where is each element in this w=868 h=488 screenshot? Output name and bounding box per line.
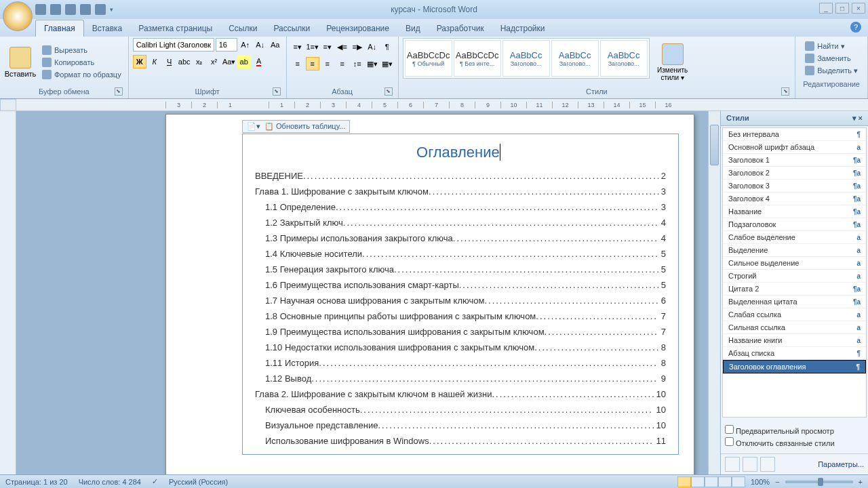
- new-style-icon[interactable]: [725, 457, 740, 472]
- change-styles-button[interactable]: Изменить стили ▾: [652, 38, 693, 86]
- font-launcher[interactable]: ⬊: [273, 87, 281, 96]
- toc-entry[interactable]: 1.7 Научная основа шифрования с закрытым…: [255, 293, 666, 308]
- tab-Вид[interactable]: Вид: [397, 20, 429, 37]
- toc-field[interactable]: Оглавление ВВЕДЕНИЕ2Глава 1. Шифрование …: [242, 134, 679, 455]
- format-painter-button[interactable]: Формат по образцу: [39, 69, 124, 80]
- zoom-slider[interactable]: [785, 481, 853, 483]
- style-list-item[interactable]: Заголовок 4¶a: [723, 192, 866, 205]
- toc-entry[interactable]: 1.10 Недостатки использования шифрования…: [255, 340, 666, 355]
- manage-styles-icon[interactable]: [760, 457, 775, 472]
- qat-dropdown-icon[interactable]: ▾: [110, 6, 113, 13]
- justify-button[interactable]: ≡: [336, 57, 349, 70]
- tab-Главная[interactable]: Главная: [35, 20, 84, 37]
- zoom-in-button[interactable]: +: [859, 478, 863, 486]
- align-right-button[interactable]: ≡: [321, 57, 334, 70]
- zoom-level[interactable]: 100%: [751, 478, 770, 486]
- paragraph-launcher[interactable]: ⬊: [384, 87, 393, 96]
- new-icon[interactable]: [80, 4, 91, 15]
- preview-checkbox[interactable]: Предварительный просмотр: [725, 425, 864, 435]
- toc-entry[interactable]: Визуальное представление10: [255, 418, 666, 433]
- style-gallery-item[interactable]: AaBbCcЗаголово...: [502, 40, 550, 77]
- bold-button[interactable]: Ж: [133, 55, 146, 68]
- ruler-horizontal[interactable]: 32112345678910111213141516: [16, 99, 868, 111]
- close-button[interactable]: ×: [852, 3, 865, 14]
- style-list-item[interactable]: Слабая ссылкаa: [723, 308, 866, 321]
- toc-entry[interactable]: 1.12 Вывод9: [255, 371, 666, 386]
- toc-update-button[interactable]: 📋 Обновить таблицу...: [264, 122, 345, 131]
- style-gallery-item[interactable]: AaBbCcDc¶ Обычный: [405, 40, 452, 77]
- toc-entry[interactable]: 1.4 Ключевые носители5: [255, 246, 666, 262]
- copy-button[interactable]: Копировать: [39, 57, 124, 68]
- tab-Разработчик[interactable]: Разработчик: [429, 20, 492, 37]
- sort-button[interactable]: A↓: [366, 40, 379, 54]
- panel-dropdown-icon[interactable]: ▾: [852, 114, 856, 122]
- style-list-item[interactable]: Сильная ссылкаa: [723, 321, 866, 334]
- italic-button[interactable]: К: [148, 55, 161, 68]
- zoom-out-button[interactable]: −: [775, 478, 779, 486]
- shading-button[interactable]: ▦▾: [366, 57, 379, 70]
- scrollbar-vertical[interactable]: [708, 111, 720, 474]
- grow-font-button[interactable]: A↑: [239, 38, 252, 52]
- toc-entry[interactable]: 1.2 Закрытый ключ4: [255, 215, 666, 230]
- toc-entry[interactable]: 1.6 Преимущества использования смарт-кар…: [255, 277, 666, 293]
- style-list-item[interactable]: Строгийa: [723, 270, 866, 283]
- paste-button[interactable]: Вставить: [4, 38, 37, 86]
- font-size-combo[interactable]: [216, 38, 237, 52]
- print-preview-icon[interactable]: [95, 4, 106, 15]
- view-web[interactable]: [705, 476, 718, 487]
- numbering-button[interactable]: 1≡▾: [306, 40, 319, 54]
- ruler-vertical[interactable]: [0, 111, 16, 474]
- view-outline[interactable]: [718, 476, 732, 487]
- clear-format-button[interactable]: Aa: [269, 38, 282, 52]
- toc-entry[interactable]: 1.3 Примеры использования закрытого ключ…: [255, 230, 666, 246]
- disable-linked-checkbox[interactable]: Отключить связанные стили: [725, 437, 864, 447]
- style-list-item[interactable]: Основной шрифт абзацаa: [723, 141, 866, 154]
- style-inspector-icon[interactable]: [743, 457, 757, 472]
- save-icon[interactable]: [35, 4, 46, 15]
- tab-Рецензирование[interactable]: Рецензирование: [318, 20, 397, 37]
- style-list-item[interactable]: Выделениеa: [723, 244, 866, 257]
- help-icon[interactable]: ?: [850, 22, 861, 33]
- style-gallery-item[interactable]: AaBbCcЗаголово...: [600, 40, 648, 77]
- subscript-button[interactable]: x₂: [193, 55, 206, 68]
- style-list-item[interactable]: Цитата 2¶a: [723, 283, 866, 296]
- panel-close-icon[interactable]: ×: [859, 114, 863, 122]
- minimize-button[interactable]: _: [819, 3, 833, 14]
- select-button[interactable]: Выделить ▾: [802, 65, 861, 76]
- font-name-combo[interactable]: [133, 38, 214, 52]
- document-area[interactable]: 📄▾ 📋 Обновить таблицу... Оглавление ВВЕД…: [16, 111, 720, 474]
- scrollbar-thumb[interactable]: [710, 125, 719, 165]
- align-center-button[interactable]: ≡: [306, 57, 319, 70]
- style-list-item[interactable]: Выделенная цитата¶a: [723, 296, 866, 308]
- find-button[interactable]: Найти ▾: [802, 41, 861, 52]
- status-language[interactable]: Русский (Россия): [169, 478, 228, 486]
- ruler-corner[interactable]: [0, 99, 16, 111]
- font-color-button[interactable]: A: [252, 55, 266, 68]
- toc-entry[interactable]: Использование шифрования в Windows11: [255, 433, 666, 449]
- show-marks-button[interactable]: ¶: [380, 40, 394, 54]
- status-words[interactable]: Число слов: 4 284: [79, 478, 141, 486]
- toc-entry[interactable]: 1.11 История8: [255, 355, 666, 371]
- style-list-item[interactable]: Заголовок 3¶a: [723, 180, 866, 192]
- office-button[interactable]: [3, 1, 33, 31]
- status-proofing-icon[interactable]: ✓: [152, 477, 158, 486]
- underline-button[interactable]: Ч: [163, 55, 176, 68]
- page[interactable]: 📄▾ 📋 Обновить таблицу... Оглавление ВВЕД…: [165, 114, 694, 474]
- styles-panel-header[interactable]: Стили ▾ ×: [721, 111, 868, 126]
- indent-inc-button[interactable]: ≡▶: [351, 40, 364, 54]
- toc-entry[interactable]: Глава 2. Шифрование с закрытым ключом в …: [255, 386, 666, 402]
- params-link[interactable]: Параметры...: [818, 460, 864, 468]
- style-list-item[interactable]: Заголовок 2¶a: [723, 167, 866, 180]
- toc-menu-icon[interactable]: 📄▾: [247, 122, 260, 131]
- tab-Ссылки[interactable]: Ссылки: [220, 20, 265, 37]
- style-list-item[interactable]: Заголовок 1¶a: [723, 154, 866, 167]
- tab-Рассылки[interactable]: Рассылки: [265, 20, 318, 37]
- style-gallery-item[interactable]: AaBbCcDc¶ Без инте...: [454, 40, 501, 77]
- align-left-button[interactable]: ≡: [291, 57, 304, 70]
- shrink-font-button[interactable]: A↓: [254, 38, 267, 52]
- style-list-item[interactable]: Заголовок оглавления¶: [723, 360, 866, 373]
- style-list-item[interactable]: Слабое выделениеa: [723, 231, 866, 244]
- redo-icon[interactable]: [65, 4, 76, 15]
- bullets-button[interactable]: ≡▾: [291, 40, 304, 54]
- status-page[interactable]: Страница: 1 из 20: [5, 478, 68, 486]
